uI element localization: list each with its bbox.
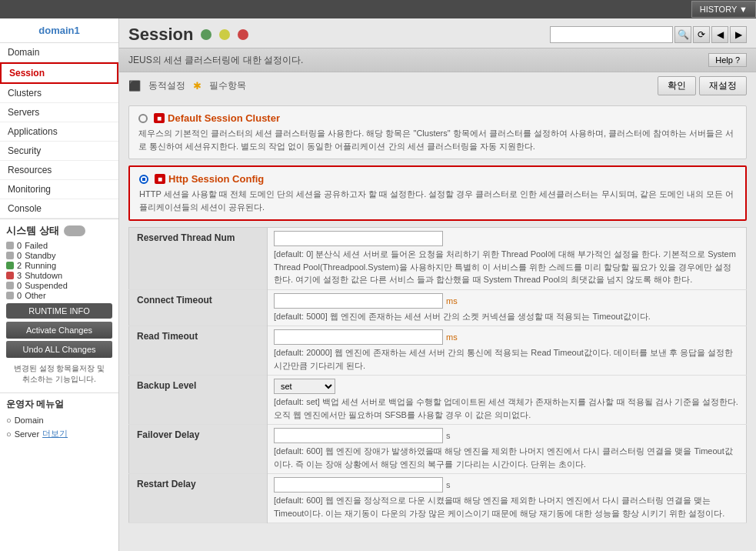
dynamic-icon: ⬛: [128, 80, 141, 92]
search-input[interactable]: [550, 26, 673, 43]
circle-icon: ○: [6, 416, 12, 425]
system-status-title: 시스템 상태: [6, 224, 112, 238]
field-label-read-timeout: Read Timeout: [129, 326, 268, 376]
reset-button[interactable]: 재설정: [699, 76, 747, 95]
sidebar-item-domain[interactable]: Domain: [0, 43, 118, 62]
default-cluster-option[interactable]: ■ Default Session Cluster 제우스의 기본적인 클러스터…: [128, 105, 747, 159]
table-row: Backup Level set dirty all [default: set…: [129, 376, 747, 425]
http-session-option[interactable]: ■ Http Session Config HTTP 세션을 사용할 때 전체 …: [128, 165, 747, 221]
reserved-thread-desc: [default: 0] 분산식 세션 서버로 들어온 요청을 처리하기 위한 …: [274, 248, 740, 286]
http-session-icon: ■: [155, 174, 165, 184]
sidebar-item-servers[interactable]: Servers: [0, 103, 118, 122]
status-suspended: 0 Suspended: [6, 281, 112, 290]
field-value-reserved-thread: [default: 0] 분산식 세션 서버로 들어온 요청을 처리하기 위한 …: [268, 228, 747, 290]
confirm-button[interactable]: 확인: [658, 76, 696, 95]
failover-delay-input[interactable]: [274, 428, 443, 443]
connect-timeout-unit: ms: [446, 296, 458, 306]
status-standby: 0 Standby: [6, 251, 112, 260]
field-value-failover-delay: s [default: 600] 웹 엔진에 장애가 발생하였을때 해당 엔진을…: [268, 425, 747, 474]
backup-level-select[interactable]: set dirty all: [274, 379, 335, 394]
field-label-failover-delay: Failover Delay: [129, 425, 268, 474]
field-value-backup-level: set dirty all [default: set] 백업 세션 서버로 백…: [268, 376, 747, 425]
restart-delay-desc: [default: 600] 웹 엔진을 정상적으로 다운 시켰을때 해당 엔진…: [274, 494, 740, 519]
green-dot: [201, 29, 211, 40]
read-timeout-input[interactable]: [274, 329, 443, 345]
table-row: Failover Delay s [default: 600] 웹 엔진에 장애…: [129, 425, 747, 474]
status-other: 0 Other: [6, 291, 112, 300]
http-session-title: ■ Http Session Config: [139, 173, 736, 185]
page-title: Session: [128, 25, 193, 45]
backup-level-desc: [default: set] 백업 세션 서버로 백업을 수행할 업데이트된 세…: [274, 396, 740, 421]
status-running: 2 Running: [6, 261, 112, 270]
sidebar-item-clusters[interactable]: Clusters: [0, 84, 118, 103]
restart-delay-unit: s: [446, 480, 451, 489]
status-shutdown: 3 Shutdown: [6, 271, 112, 280]
field-label-restart-delay: Restart Delay: [129, 474, 268, 523]
table-row: Read Timeout ms [default: 20000] 웹 엔진에 존…: [129, 326, 747, 376]
read-timeout-unit: ms: [446, 332, 458, 342]
sidebar-item-session[interactable]: Session: [0, 62, 118, 84]
read-timeout-desc: [default: 20000] 웹 엔진에 존재하는 세션 서버 간의 통신에…: [274, 346, 740, 372]
undo-all-changes-button[interactable]: Undo ALL Changes: [6, 341, 112, 358]
failover-delay-desc: [default: 600] 웹 엔진에 장애가 발생하였을때 해당 엔진을 제…: [274, 445, 740, 470]
info-banner: JEUS의 세션 클러스터링에 대한 설정이다. Help ?: [119, 48, 756, 72]
field-label-connect-timeout: Connect Timeout: [129, 289, 268, 326]
sidebar-item-resources[interactable]: Resources: [0, 161, 118, 180]
field-value-connect-timeout: ms [default: 5000] 웹 엔진에 존재하는 세션 서버 간의 소…: [268, 289, 747, 326]
search-bar: 🔍 ⟳ ◀ ▶: [550, 26, 747, 43]
connect-timeout-input[interactable]: [274, 293, 443, 309]
http-session-desc: HTTP 세션을 사용할 때 전체 도메인 단의 세션을 공유하고자 할 때 설…: [139, 188, 736, 213]
yellow-dot: [219, 29, 230, 40]
op-server-more-link[interactable]: 더보기: [42, 428, 68, 439]
next-button[interactable]: ▶: [730, 26, 747, 43]
circle-icon2: ○: [6, 429, 12, 439]
config-form-table: Reserved Thread Num [default: 0] 분산식 세션 …: [128, 227, 747, 523]
field-value-read-timeout: ms [default: 20000] 웹 엔진에 존재하는 세션 서버 간의 …: [268, 326, 747, 376]
op-domain: ○ Domain: [6, 414, 112, 426]
field-label-backup-level: Backup Level: [129, 376, 268, 425]
sidebar-item-security[interactable]: Security: [0, 142, 118, 161]
activate-changes-button[interactable]: Activate Changes: [6, 322, 112, 339]
sidebar-note: 변경된 설정 항목을저장 및 취소하는 기능입니다.: [6, 360, 112, 388]
info-text: JEUS의 세션 클러스터링에 대한 설정이다.: [128, 54, 303, 67]
sidebar-item-monitoring[interactable]: Monitoring: [0, 180, 118, 199]
table-row: Reserved Thread Num [default: 0] 분산식 세션 …: [129, 228, 747, 290]
help-button[interactable]: Help ?: [708, 53, 747, 67]
connect-timeout-desc: [default: 5000] 웹 엔진에 존재하는 세션 서버 간의 소켓 커…: [274, 310, 740, 323]
default-cluster-title: ■ Default Session Cluster: [138, 112, 737, 124]
cluster-icon: ■: [154, 113, 165, 123]
table-row: Connect Timeout ms [default: 5000] 웹 엔진에…: [129, 289, 747, 326]
history-button[interactable]: HISTORY ▼: [691, 1, 756, 18]
reserved-thread-input[interactable]: [274, 231, 443, 246]
sidebar-item-applications[interactable]: Applications: [0, 122, 118, 142]
status-failed: 0 Failed: [6, 241, 112, 250]
radio-http-session[interactable]: [139, 175, 148, 184]
operator-menu-title: 운영자 메뉴얼: [6, 398, 112, 411]
dynamic-label: 동적설정: [148, 79, 185, 92]
refresh-button[interactable]: ⟳: [693, 26, 710, 43]
failover-delay-unit: s: [446, 431, 451, 440]
prev-button[interactable]: ◀: [711, 26, 728, 43]
runtime-info-label: RUNTIME INFO: [6, 303, 112, 319]
status-toggle[interactable]: [64, 225, 85, 236]
sidebar-item-console[interactable]: Console: [0, 199, 118, 219]
sidebar-domain: domain1: [0, 18, 118, 43]
search-button[interactable]: 🔍: [674, 26, 691, 43]
radio-default[interactable]: [138, 114, 148, 123]
default-cluster-desc: 제우스의 기본적인 클러스터의 세션 클러스터링을 사용한다. 해당 항목은 "…: [138, 127, 737, 152]
field-value-restart-delay: s [default: 600] 웹 엔진을 정상적으로 다운 시켰을때 해당 …: [268, 474, 747, 523]
field-label-reserved-thread: Reserved Thread Num: [129, 228, 268, 290]
required-icon: ✱: [193, 80, 201, 92]
content-area: ■ Default Session Cluster 제우스의 기본적인 클러스터…: [119, 99, 756, 551]
op-server: ○ Server 더보기: [6, 426, 112, 441]
red-dot: [238, 29, 248, 40]
table-row: Restart Delay s [default: 600] 웹 엔진을 정상적…: [129, 474, 747, 523]
restart-delay-input[interactable]: [274, 477, 443, 493]
toolbar: ⬛ 동적설정 ✱ 필수항목 확인 재설정: [119, 72, 756, 99]
required-label: 필수항목: [209, 79, 246, 92]
page-header: Session 🔍 ⟳ ◀ ▶: [119, 18, 756, 48]
